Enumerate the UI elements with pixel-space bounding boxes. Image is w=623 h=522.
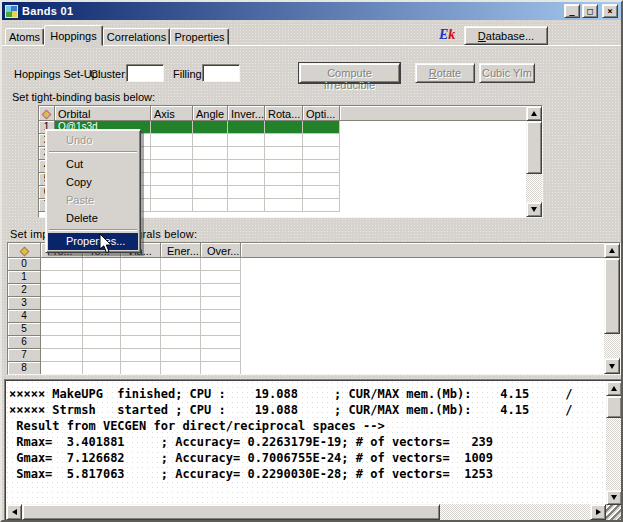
- table-row[interactable]: 0: [8, 258, 620, 271]
- scroll-up-button[interactable]: [604, 243, 620, 258]
- row-header[interactable]: 3: [8, 297, 41, 310]
- cell[interactable]: [265, 160, 303, 173]
- column-header-orbital[interactable]: Orbital: [55, 106, 151, 121]
- cell[interactable]: [83, 258, 121, 271]
- menu-item-cut[interactable]: Cut: [48, 155, 138, 173]
- cell[interactable]: [201, 336, 241, 349]
- filling-input[interactable]: [202, 64, 240, 82]
- table-row[interactable]: 4: [8, 310, 620, 323]
- scroll-track[interactable]: [440, 504, 590, 520]
- cubic-ylm-button[interactable]: Cubic Ylm: [479, 63, 535, 83]
- cell[interactable]: [121, 323, 161, 336]
- table-row[interactable]: 1: [8, 271, 620, 284]
- cell[interactable]: [41, 362, 83, 375]
- cell[interactable]: [201, 323, 241, 336]
- cell[interactable]: [303, 147, 340, 160]
- column-header-over[interactable]: Over...: [201, 243, 241, 258]
- cell[interactable]: [265, 173, 303, 186]
- menu-item-delete[interactable]: Delete: [48, 209, 138, 227]
- cell[interactable]: [201, 284, 241, 297]
- cell[interactable]: [201, 310, 241, 323]
- cell[interactable]: [83, 297, 121, 310]
- cell[interactable]: [121, 284, 161, 297]
- cell[interactable]: [161, 297, 201, 310]
- cell[interactable]: [193, 134, 228, 147]
- cell[interactable]: [193, 186, 228, 199]
- cell[interactable]: [303, 173, 340, 186]
- cell[interactable]: [151, 173, 193, 186]
- cell[interactable]: [303, 160, 340, 173]
- cell[interactable]: [228, 199, 265, 212]
- cluster-input[interactable]: [126, 64, 164, 82]
- database-button[interactable]: Database...: [464, 26, 548, 45]
- cell[interactable]: [121, 271, 161, 284]
- resize-grip[interactable]: [606, 505, 621, 520]
- scroll-track[interactable]: [526, 174, 542, 202]
- cell[interactable]: [161, 349, 201, 362]
- tab-properties[interactable]: Properties: [170, 28, 229, 45]
- row-header[interactable]: 7: [8, 349, 41, 362]
- table-row[interactable]: 2: [8, 284, 620, 297]
- row-header[interactable]: 4: [8, 310, 41, 323]
- cell[interactable]: [265, 199, 303, 212]
- cell[interactable]: [83, 284, 121, 297]
- column-header-ener[interactable]: Ener...: [161, 243, 201, 258]
- cell[interactable]: [161, 336, 201, 349]
- column-header-angle[interactable]: Angle: [193, 106, 228, 121]
- cell[interactable]: [161, 310, 201, 323]
- cell[interactable]: [83, 271, 121, 284]
- cell[interactable]: [303, 121, 340, 134]
- cell[interactable]: [151, 134, 193, 147]
- scroll-thumb[interactable]: [604, 258, 620, 334]
- cell[interactable]: [265, 121, 303, 134]
- cell[interactable]: [303, 186, 340, 199]
- cell[interactable]: [201, 349, 241, 362]
- table-row[interactable]: 7: [8, 349, 620, 362]
- cell[interactable]: [151, 147, 193, 160]
- scroll-track[interactable]: [604, 334, 620, 358]
- rotate-button[interactable]: Rotate: [415, 63, 475, 83]
- cell[interactable]: [228, 134, 265, 147]
- cell[interactable]: [151, 186, 193, 199]
- table-row[interactable]: 6: [8, 336, 620, 349]
- cell[interactable]: [303, 199, 340, 212]
- cell[interactable]: [83, 336, 121, 349]
- cell[interactable]: [193, 147, 228, 160]
- tab-correlations[interactable]: Correlations: [103, 28, 170, 45]
- basis-corner-cell[interactable]: [39, 106, 55, 121]
- cell[interactable]: [41, 323, 83, 336]
- menu-item-properties[interactable]: Properties...: [48, 233, 138, 250]
- cell[interactable]: [41, 271, 83, 284]
- cell[interactable]: [303, 134, 340, 147]
- scroll-up-button[interactable]: [526, 106, 542, 121]
- cell[interactable]: [121, 297, 161, 310]
- table-row[interactable]: 5: [8, 323, 620, 336]
- scroll-right-button[interactable]: [590, 504, 606, 520]
- cell[interactable]: [83, 349, 121, 362]
- cell[interactable]: [121, 362, 161, 375]
- cell[interactable]: [121, 310, 161, 323]
- cell[interactable]: [151, 121, 193, 134]
- cell[interactable]: [41, 297, 83, 310]
- cell[interactable]: [228, 173, 265, 186]
- tab-atoms[interactable]: Atoms: [5, 28, 44, 45]
- row-header[interactable]: 5: [8, 323, 41, 336]
- minimize-button[interactable]: _: [564, 4, 580, 18]
- cell[interactable]: [201, 271, 241, 284]
- column-header-axis[interactable]: Axis: [151, 106, 193, 121]
- cell[interactable]: [83, 310, 121, 323]
- cell[interactable]: [193, 173, 228, 186]
- scroll-down-button[interactable]: [526, 202, 542, 217]
- cell[interactable]: [228, 160, 265, 173]
- scroll-left-button[interactable]: [6, 504, 22, 520]
- table-row[interactable]: 3: [8, 297, 620, 310]
- cell[interactable]: [83, 323, 121, 336]
- cell[interactable]: [228, 121, 265, 134]
- scroll-thumb[interactable]: [22, 504, 440, 520]
- close-button[interactable]: ×: [602, 4, 618, 18]
- column-header-rota[interactable]: Rota...: [265, 106, 303, 121]
- cell[interactable]: [161, 258, 201, 271]
- integrals-corner-cell[interactable]: [8, 243, 41, 258]
- scroll-up-button[interactable]: [606, 381, 622, 396]
- compute-irreducible-button[interactable]: Compute Irreducible: [299, 63, 400, 83]
